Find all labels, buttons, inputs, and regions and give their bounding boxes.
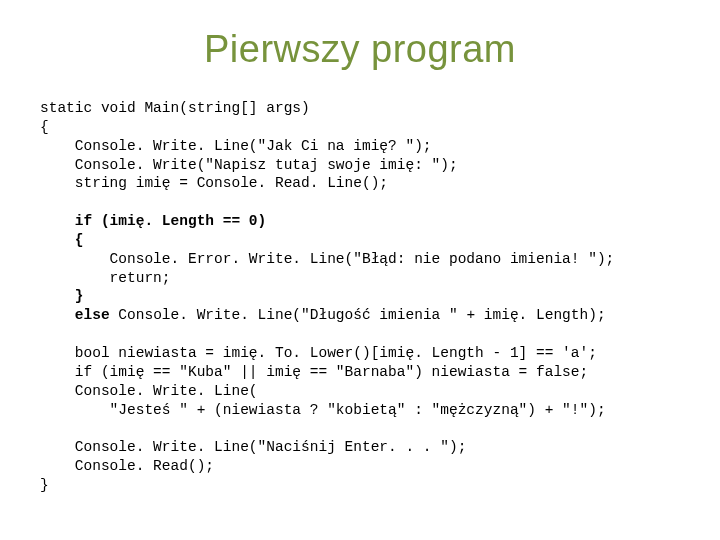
slide: Pierwszy program static void Main(string… xyxy=(0,0,720,540)
code-line: if (imię == "Kuba" || imię == "Barnaba")… xyxy=(40,364,588,380)
code-line-bold: if (imię. Length == 0) xyxy=(40,213,266,229)
code-line: Console. Write. Line("Naciśnij Enter. . … xyxy=(40,439,466,455)
code-line: Console. Write. Line( xyxy=(40,383,258,399)
code-line: static void Main(string[] args) xyxy=(40,100,310,116)
code-line: { xyxy=(40,119,49,135)
code-block: static void Main(string[] args) { Consol… xyxy=(40,99,680,495)
code-line: Console. Read(); xyxy=(40,458,214,474)
code-line: string imię = Console. Read. Line(); xyxy=(40,175,388,191)
code-line: Console. Write("Napisz tutaj swoje imię:… xyxy=(40,157,458,173)
code-line-bold: } xyxy=(40,288,84,304)
code-line: bool niewiasta = imię. To. Lower()[imię.… xyxy=(40,345,597,361)
code-line-bold: { xyxy=(40,232,84,248)
code-line: "Jesteś " + (niewiasta ? "kobietą" : "mę… xyxy=(40,402,606,418)
code-line: return; xyxy=(40,270,171,286)
code-line: } xyxy=(40,477,49,493)
slide-title: Pierwszy program xyxy=(40,28,680,71)
code-line: Console. Write. Line("Jak Ci na imię? ")… xyxy=(40,138,432,154)
code-line: Console. Error. Write. Line("Błąd: nie p… xyxy=(40,251,614,267)
code-line: Console. Write. Line("Długość imienia " … xyxy=(110,307,606,323)
code-line-bold: else xyxy=(40,307,110,323)
